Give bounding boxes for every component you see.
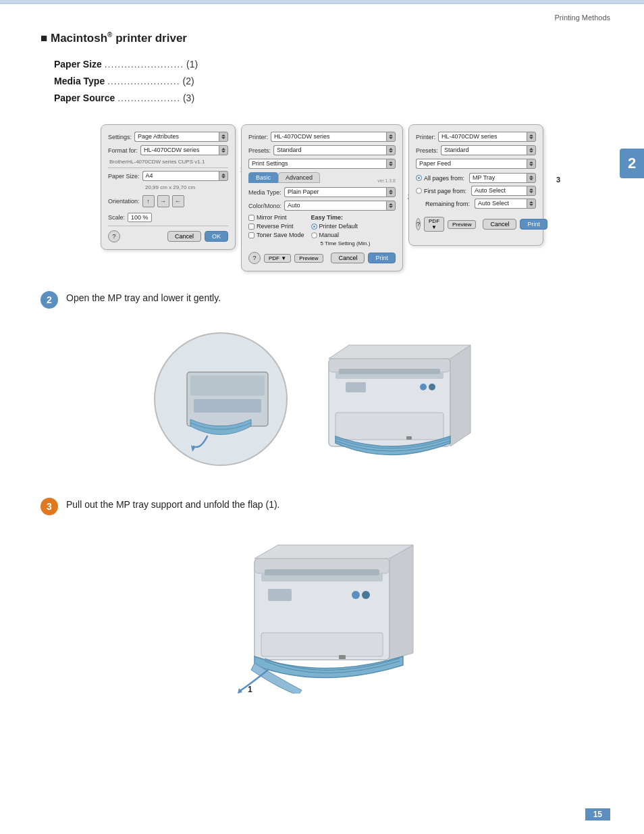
d3-feed-options: All pages from: MP Tray First page from:… [416, 173, 536, 209]
d2-media-type-arrow[interactable] [386, 187, 396, 197]
orientation-portrait[interactable]: ↑ [142, 195, 155, 207]
chapter-tab: 2 [620, 149, 644, 178]
svg-rect-17 [265, 569, 379, 575]
step-3-item: 3 Pull out the MP tray support and unfol… [41, 497, 603, 515]
d3-remaining: Remaining from: Auto Select [425, 199, 536, 209]
d3-first-page: First page from: Auto Select [416, 186, 536, 196]
preview-button-2[interactable]: Preview [294, 254, 323, 263]
cups-label: BrotherHL-4070CDW series CUPS v1.1 [109, 159, 228, 165]
reverse-print-checkbox[interactable] [248, 224, 254, 230]
d2-color-arrow[interactable] [386, 201, 396, 211]
d2-print-settings-arrow[interactable] [386, 159, 396, 169]
top-right-label: Printing Methods [554, 14, 610, 22]
d3-printer-select[interactable]: HL-4070CDW series [438, 132, 536, 142]
settings-select-arrow[interactable] [219, 132, 228, 142]
printer-full-image [302, 332, 491, 469]
svg-point-11 [420, 384, 427, 390]
help-button-3[interactable]: ? [416, 218, 421, 230]
step-2-section: 2 Open the MP tray and lower it gently. [0, 278, 644, 325]
d2-color-row: Color/Mono: Auto [248, 201, 396, 211]
ok-button-1[interactable]: OK [205, 231, 228, 242]
svg-point-23 [362, 591, 370, 599]
d2-options-area: Mirror Print Reverse Print Toner Save Mo… [248, 214, 396, 246]
d2-color-select[interactable]: Auto [284, 201, 396, 211]
d2-printer-arrow[interactable] [386, 132, 396, 142]
orientation-reverse[interactable]: ← [172, 195, 184, 207]
cancel-button-3[interactable]: Cancel [483, 219, 516, 230]
d2-manual: Manual [311, 232, 371, 238]
d2-media-type-row: Media Type: Plain Paper [248, 187, 396, 197]
d2-print-settings-select[interactable]: Print Settings [248, 159, 396, 169]
help-button-2[interactable]: ? [248, 252, 261, 264]
d3-all-pages-select[interactable]: MP Tray [469, 173, 536, 183]
format-for-select[interactable]: HL-4070CDW series [140, 145, 228, 155]
step-3-text: Pull out the MP tray support and unfold … [66, 497, 279, 510]
tab-advanced[interactable]: Advanced [278, 172, 320, 183]
d2-presets-arrow[interactable] [386, 145, 396, 155]
toner-save-checkbox[interactable] [248, 232, 254, 238]
first-page-radio[interactable] [416, 188, 422, 194]
closeup-image [153, 332, 288, 469]
step-3-images: 1 [0, 531, 644, 712]
d2-reverse-print: Reverse Print [248, 223, 304, 230]
d2-presets-row: Presets: Standard [248, 145, 396, 155]
print-button-2[interactable]: Print [368, 253, 396, 263]
feature-paper-size: Paper Size ........................ (1) [54, 56, 590, 73]
feature-list: Paper Size ........................ (1) … [0, 52, 644, 118]
svg-point-12 [429, 384, 435, 390]
format-for-arrow[interactable] [219, 145, 228, 155]
d2-presets-select[interactable]: Standard [273, 145, 396, 155]
d2-print-settings-row: Print Settings [248, 159, 396, 169]
svg-text:1: 1 [248, 685, 252, 694]
dialog-format-row: Format for: HL-4070CDW series [108, 145, 228, 155]
svg-rect-2 [190, 375, 265, 396]
paper-size-arrow[interactable] [219, 171, 228, 181]
tab-basic[interactable]: Basic [248, 172, 278, 183]
d3-first-page-arrow[interactable] [527, 186, 536, 196]
d2-checkboxes: Mirror Print Reverse Print Toner Save Mo… [248, 214, 304, 246]
d3-paper-feed-arrow[interactable] [527, 159, 536, 169]
svg-rect-9 [336, 413, 444, 440]
d2-printer-select[interactable]: HL-4070CDW series [271, 132, 396, 142]
page-number: 15 [585, 808, 610, 820]
pdf-button-3[interactable]: PDF ▼ [424, 217, 444, 232]
d2-easy-time: Easy Time: Printer Default Manual 5 Time… [311, 214, 371, 246]
orientation-landscape[interactable]: → [157, 195, 169, 207]
scale-input[interactable]: 100 % [128, 213, 152, 222]
dialog-scale-row: Scale: 100 % [108, 213, 228, 222]
d3-presets-select[interactable]: Standard [441, 145, 536, 155]
manual-radio[interactable] [311, 232, 317, 238]
annotation-3: 3 [556, 176, 560, 184]
d3-paper-feed-select[interactable]: Paper Feed [416, 159, 536, 169]
d3-presets-arrow[interactable] [527, 145, 536, 155]
svg-rect-13 [406, 436, 412, 440]
d3-remaining-arrow[interactable] [527, 199, 536, 209]
d2-media-type-select[interactable]: Plain Paper [284, 187, 396, 197]
dialog-paper-size-row: Paper Size: A4 [108, 171, 228, 181]
cancel-button-1[interactable]: Cancel [167, 231, 201, 242]
d3-first-page-select[interactable]: Auto Select [471, 186, 536, 196]
step-3-section: 3 Pull out the MP tray support and unfol… [0, 485, 644, 531]
pdf-button-2[interactable]: PDF ▼ [264, 254, 291, 263]
all-pages-radio[interactable] [416, 175, 422, 181]
help-button-1[interactable]: ? [108, 230, 120, 242]
d2-toner-save: Toner Save Mode [248, 232, 304, 238]
cancel-button-2[interactable]: Cancel [331, 253, 365, 263]
step3-printer-image: 1 [214, 538, 430, 696]
print-button-3[interactable]: Print [520, 219, 547, 230]
settings-select[interactable]: Page Attributes [134, 132, 228, 142]
d3-printer-arrow[interactable] [527, 132, 536, 142]
tray-closeup-svg [153, 332, 288, 467]
dialog-orientation-row: Orientation: ↑ → ← [108, 193, 228, 209]
d3-printer-row: Printer: HL-4070CDW series [416, 132, 536, 142]
printer-default-radio[interactable] [311, 224, 317, 230]
version-text: ver.1.3.8 [377, 178, 396, 183]
d3-remaining-select[interactable]: Auto Select [475, 199, 536, 209]
mirror-print-checkbox[interactable] [248, 215, 254, 221]
paper-size-select[interactable]: A4 [142, 171, 228, 181]
d2-bottom-buttons: ? PDF ▼ Preview Cancel Print [248, 252, 396, 264]
step3-printer-svg: 1 [214, 538, 430, 694]
d3-all-pages-arrow[interactable] [527, 173, 536, 183]
preview-button-3[interactable]: Preview [448, 220, 476, 229]
d3-all-pages: All pages from: MP Tray [416, 173, 536, 183]
